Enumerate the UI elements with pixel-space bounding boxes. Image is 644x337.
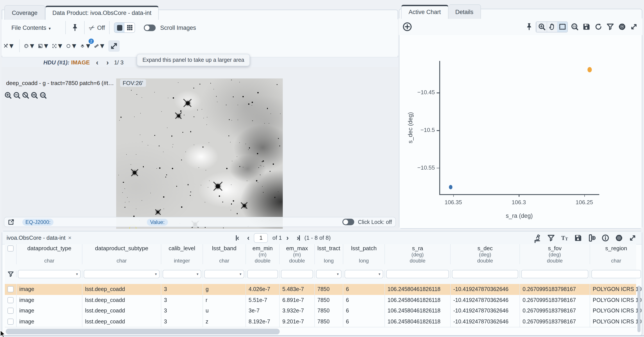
zoom-magnify-button[interactable] (536, 22, 547, 32)
grid-view-button[interactable] (125, 23, 135, 32)
hdu-next-button[interactable]: › (106, 59, 109, 66)
image-viewport[interactable]: deep_coadd - g - tract=7850 patch=6 (#t…… (2, 67, 398, 229)
column-header-calib_level[interactable]: calib_levelinteger (161, 244, 203, 264)
column-header-s_region[interactable]: s_regionchar (590, 244, 642, 264)
color-palette-button[interactable]: ▼ (24, 40, 36, 52)
row-checkbox[interactable] (8, 318, 14, 325)
row-checkbox[interactable] (8, 308, 14, 314)
y-axis-label: s_dec (deg) (407, 102, 414, 154)
column-header-s_dec[interactable]: s_dec(deg)double (451, 244, 520, 264)
recenter-button[interactable]: ▼ (52, 40, 64, 52)
column-header-dataproduct_type[interactable]: dataproduct_typechar (17, 244, 82, 264)
page-number-input[interactable] (254, 233, 268, 242)
open-new-window-icon[interactable] (8, 219, 14, 225)
zoom-1x-button[interactable]: 1X (570, 22, 580, 32)
zoom-1x-button[interactable]: 1X (40, 92, 47, 99)
zoom-in-button[interactable] (4, 92, 12, 99)
text-view-button[interactable]: TT (561, 234, 568, 242)
single-view-button[interactable] (115, 23, 125, 32)
settings-button[interactable] (615, 234, 623, 242)
select-all-checkbox[interactable] (8, 246, 14, 252)
filter-input-em_max[interactable] (281, 270, 313, 278)
prev-page-button[interactable]: ‹ (247, 233, 250, 242)
table-row[interactable]: imagelsst.deep_coadd3r5.51e-76.891e-7785… (5, 295, 636, 306)
tab-coverage[interactable]: Coverage (4, 5, 45, 20)
column-header-em_max[interactable]: em_max(m)double (280, 244, 315, 264)
select-area-button[interactable] (557, 22, 567, 32)
expand-button[interactable] (629, 22, 639, 32)
table-tab-label[interactable]: ivoa.ObsCore - data-int (6, 234, 66, 241)
filter-button[interactable] (605, 22, 615, 32)
histogram-button[interactable]: ▼ (38, 40, 50, 52)
pan-hand-button[interactable] (547, 22, 557, 32)
pin-button[interactable] (70, 23, 80, 32)
save-button[interactable] (574, 234, 582, 242)
filter-button[interactable] (547, 234, 555, 242)
filter-input-s_region[interactable] (592, 270, 641, 278)
column-header-dataproduct_subtype[interactable]: dataproduct_subtypechar (82, 244, 161, 264)
scroll-images-toggle[interactable] (144, 24, 156, 31)
table-row[interactable]: imagelsst.deep_coadd3g4.026e-75.483e-778… (5, 284, 636, 295)
horizontal-scrollbar[interactable] (6, 329, 280, 334)
column-header-lsst_band[interactable]: lsst_bandchar (203, 244, 246, 264)
table-tab-close-icon[interactable]: × (68, 234, 72, 241)
row-checkbox[interactable] (8, 297, 14, 303)
tab-data-product[interactable]: Data Product: ivoa.ObsCore - data-int (45, 6, 159, 20)
select-region-button[interactable]: ▼ (66, 40, 78, 52)
tools-dropdown-button[interactable]: ▼ (4, 40, 15, 52)
pin-button[interactable] (524, 22, 534, 32)
data-products-button[interactable]: ▼ (534, 234, 542, 242)
refresh-button[interactable] (593, 22, 603, 32)
expand-button[interactable] (108, 40, 120, 52)
table-row[interactable]: imagelsst.deep_coadd3u3e-73.932e-7785061… (5, 306, 636, 316)
hdu-prev-button[interactable]: ‹ (96, 59, 98, 66)
unlink-button[interactable]: ▼ (94, 40, 106, 52)
cell-lsst_tract: 7850 (315, 295, 343, 306)
zoom-fill-button[interactable] (31, 92, 38, 99)
chevron-down-icon: ▼ (56, 42, 64, 50)
layers-button[interactable]: ▼2 (80, 40, 92, 52)
filter-input-lsst_tract[interactable]: ▼ (316, 270, 342, 278)
chevron-down-icon: ▼ (239, 272, 242, 276)
expand-button[interactable] (629, 234, 636, 242)
add-chart-button[interactable] (402, 22, 412, 32)
save-button[interactable] (581, 22, 592, 32)
crop-toggle-button[interactable]: ✂ Off (89, 24, 105, 32)
column-header-em_min[interactable]: em_min(m)double (246, 244, 280, 264)
filter-input-s_ra[interactable] (386, 270, 449, 278)
chart-plot-area[interactable]: 106.35106.3106.25−10.45−10.5−10.55s_ra (… (400, 35, 642, 228)
filter-input-s_dec[interactable] (452, 270, 518, 278)
table-row[interactable]: imagelsst.deep_coadd3z8.192e-79.201e-778… (5, 316, 636, 327)
settings-button[interactable] (617, 22, 627, 32)
filter-input-em_min[interactable] (247, 270, 278, 278)
next-page-button[interactable]: › (286, 233, 289, 242)
scatter-point-selected[interactable] (588, 67, 592, 72)
last-page-button[interactable]: › (296, 233, 300, 242)
tab-details[interactable]: Details (448, 4, 481, 19)
filter-input-calib_level[interactable]: ▼ (163, 270, 201, 278)
column-header-lsst_patch[interactable]: lsst_patchlong (343, 244, 385, 264)
vertical-scrollbar[interactable] (638, 286, 640, 332)
row-checkbox[interactable] (8, 286, 14, 292)
astronomy-image[interactable] (116, 78, 283, 229)
column-header-lsst_tract[interactable]: lsst_tractlong (315, 244, 343, 264)
cell-dataproduct_subtype: lsst.deep_coadd (82, 306, 161, 316)
table-header-row: dataproduct_typechardataproduct_subtypec… (5, 244, 636, 265)
click-lock-toggle[interactable] (342, 219, 354, 225)
filter-input-dataproduct_subtype[interactable]: ▼ (84, 270, 160, 278)
file-contents-dropdown[interactable]: File Contents ▼ (12, 24, 51, 31)
first-page-button[interactable]: ‹ (236, 233, 239, 242)
info-button[interactable] (602, 234, 609, 242)
filter-input-lsst_patch[interactable]: ▼ (344, 270, 383, 278)
scatter-point-points[interactable] (449, 185, 452, 189)
zoom-out-button[interactable] (13, 92, 20, 99)
zoom-fit-button[interactable] (22, 92, 29, 99)
cell-em_max: 6.891e-7 (280, 295, 315, 306)
tab-active-chart[interactable]: Active Chart (401, 5, 448, 19)
add-column-button[interactable] (588, 234, 596, 242)
filter-input-s_fov[interactable] (521, 270, 588, 278)
column-header-s_fov[interactable]: s_fov(deg)double (520, 244, 590, 264)
column-header-s_ra[interactable]: s_ra(deg)double (385, 244, 451, 264)
filter-input-lsst_band[interactable]: ▼ (204, 270, 244, 278)
filter-input-dataproduct_type[interactable]: ▼ (18, 270, 81, 278)
